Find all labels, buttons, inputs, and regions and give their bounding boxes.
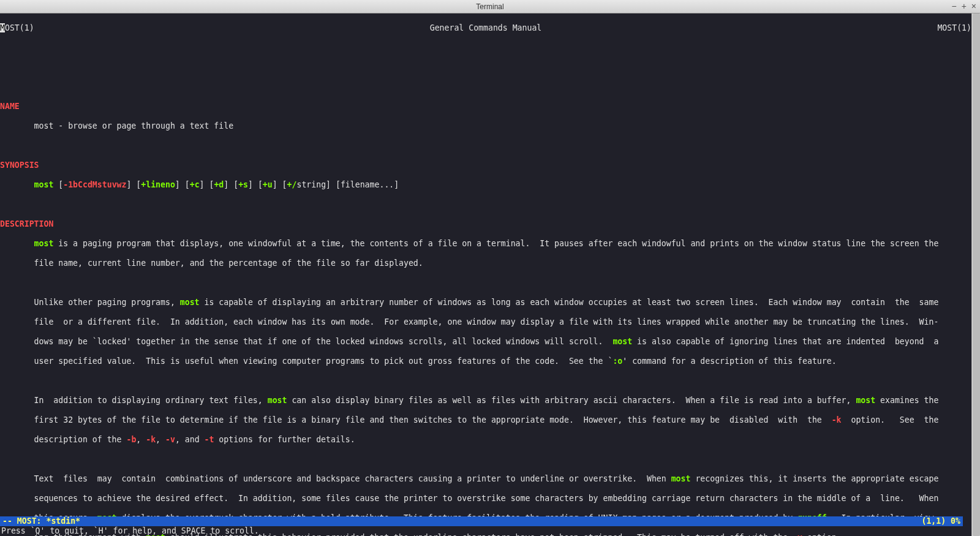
most-help-line: Press `Q' to quit, `H' for help, and SPA… xyxy=(0,526,259,536)
scrollbar[interactable] xyxy=(971,13,980,536)
window-titlebar: Terminal − + × xyxy=(0,0,980,13)
minimize-button[interactable]: − xyxy=(951,1,956,11)
status-left: -- MOST: *stdin* xyxy=(2,516,80,526)
window-title: Terminal xyxy=(476,2,503,11)
maximize-button[interactable]: + xyxy=(962,1,967,11)
status-position: (1,1) 0% xyxy=(921,516,960,526)
synopsis-line: most [-1bCcdMstuvwz] [+lineno] [+c] [+d]… xyxy=(0,180,971,190)
terminal-viewport[interactable]: MOST(1)General Commands ManualMOST(1) NA… xyxy=(0,13,980,536)
man-page-header: MOST(1)General Commands ManualMOST(1) xyxy=(0,23,971,33)
scrollbar-thumb[interactable] xyxy=(973,13,980,536)
window-controls: − + × xyxy=(951,1,976,11)
section-name: NAME xyxy=(0,102,20,111)
section-description: DESCRIPTION xyxy=(0,219,53,228)
section-synopsis: SYNOPSIS xyxy=(0,160,39,170)
most-status-bar: -- MOST: *stdin* (1,1) 0% xyxy=(0,516,963,526)
close-button[interactable]: × xyxy=(971,1,976,11)
